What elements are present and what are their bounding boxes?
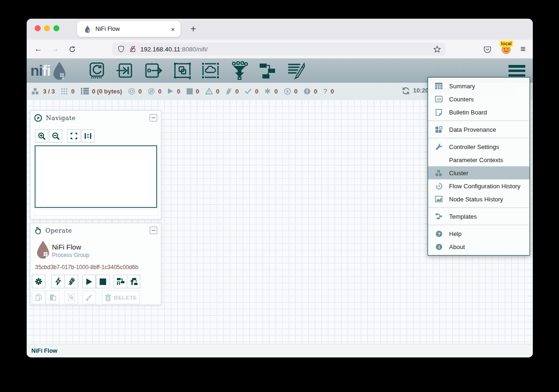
- breadcrumb-bar: NiFi Flow: [27, 344, 533, 357]
- reload-button[interactable]: [66, 43, 78, 55]
- tab-bar: NiFi Flow × +: [27, 19, 533, 40]
- input-port-component[interactable]: [115, 61, 135, 80]
- menu-item-about[interactable]: i About: [428, 240, 530, 253]
- operate-palette: Operate NiFi Flow Process Group 35cbd3b7…: [30, 223, 161, 305]
- history-icon: [434, 183, 443, 190]
- create-template-button[interactable]: [114, 275, 127, 288]
- process-group-component[interactable]: [172, 61, 193, 80]
- local-container-badge: local: [500, 41, 513, 47]
- menu-item-parameter-contexts[interactable]: Parameter Contexts: [428, 153, 530, 166]
- forward-button[interactable]: →: [49, 43, 61, 55]
- tab-title: NiFi Flow: [95, 26, 171, 32]
- app-menu-button[interactable]: ≡: [517, 43, 529, 55]
- output-port-component[interactable]: [143, 61, 163, 80]
- menu-item-summary[interactable]: Summary: [428, 79, 530, 93]
- node-status-history-chart-icon: [434, 196, 443, 202]
- arrow-up-circle-icon: [284, 88, 291, 95]
- global-menu-button[interactable]: [508, 65, 525, 77]
- shield-icon[interactable]: [117, 45, 125, 53]
- global-menu: Summary 23 Counters Bulletin Board Data …: [428, 77, 530, 256]
- nifi-drop-icon: [51, 61, 67, 80]
- selected-flow-name: NiFi Flow: [52, 243, 81, 251]
- breadcrumb-root[interactable]: NiFi Flow: [31, 348, 58, 354]
- controller-settings-wrench-icon: [434, 143, 443, 150]
- navigate-collapse-button[interactable]: [150, 114, 157, 121]
- new-tab-button[interactable]: +: [187, 23, 199, 35]
- selected-flow-type: Process Group: [52, 252, 89, 258]
- stop-square-icon: [100, 278, 106, 285]
- process-group-drop-icon: [35, 240, 51, 259]
- active-threads-status: 0: [61, 88, 74, 95]
- start-play-icon: [86, 278, 93, 285]
- menu-item-data-provenance[interactable]: Data Provenance: [428, 123, 530, 136]
- account-avatar[interactable]: local: [501, 44, 511, 57]
- paste-button[interactable]: [46, 291, 59, 304]
- url-text[interactable]: 192.168.40.11:8080/nifi/: [140, 46, 208, 53]
- remote-process-group-component[interactable]: [200, 61, 221, 80]
- nifi-logo-ni: ni: [30, 62, 43, 80]
- tab-close-icon[interactable]: ×: [171, 25, 175, 33]
- bulletin-board-icon: [434, 109, 443, 116]
- navigate-compass-icon: [34, 114, 42, 122]
- nifi-logo-fi: fi: [43, 62, 51, 80]
- menu-divider: [428, 121, 530, 121]
- start-button[interactable]: [82, 275, 96, 288]
- operate-collapse-button[interactable]: [150, 227, 157, 234]
- zoom-window-button[interactable]: [53, 25, 59, 31]
- screenshot-stage: NiFi Flow × + ← → 192.168.40.11:8080/nif…: [0, 0, 559, 392]
- zoom-out-button[interactable]: [49, 129, 62, 143]
- stopped-square-icon: [187, 88, 193, 94]
- birdseye-minimap[interactable]: [35, 145, 157, 208]
- menu-item-counters[interactable]: 23 Counters: [428, 93, 530, 106]
- menu-item-cluster[interactable]: Cluster: [428, 166, 530, 179]
- url-bar[interactable]: 192.168.40.11:8080/nifi/: [112, 43, 445, 56]
- zoom-fit-button[interactable]: [67, 129, 80, 143]
- menu-divider: [428, 207, 530, 208]
- menu-item-controller-settings[interactable]: Controller Settings: [428, 140, 530, 153]
- bookmark-star-icon[interactable]: [433, 45, 441, 53]
- close-window-button[interactable]: [35, 25, 41, 31]
- threads-icon: [61, 88, 68, 95]
- stop-button[interactable]: [96, 275, 109, 288]
- label-component[interactable]: [286, 61, 306, 80]
- enable-button[interactable]: [51, 275, 65, 288]
- zoom-in-button[interactable]: [35, 129, 48, 143]
- sync-failure-status: ? 0: [323, 87, 334, 95]
- pocket-icon[interactable]: [483, 45, 492, 54]
- menu-item-node-status-history[interactable]: Node Status History: [428, 192, 530, 206]
- birdseye-brush[interactable]: [35, 209, 158, 216]
- save-template-icon: [116, 278, 125, 285]
- not-transmitting-status: 0: [148, 88, 161, 95]
- transmitting-status: 0: [128, 88, 142, 95]
- navigate-title: Navigate: [46, 114, 150, 121]
- group-button[interactable]: [65, 291, 78, 304]
- svg-text:i: i: [438, 245, 440, 249]
- selected-flow-id[interactable]: 35cbd3b7-017b-1000-8bff-1c3405c00d6b: [35, 264, 138, 271]
- insecure-lock-icon[interactable]: [129, 45, 137, 53]
- browser-tab[interactable]: NiFi Flow ×: [77, 21, 181, 37]
- disable-button[interactable]: [65, 275, 78, 288]
- minimize-window-button[interactable]: [44, 25, 50, 31]
- locally-modified-status: 0: [264, 88, 277, 95]
- funnel-component[interactable]: [229, 61, 250, 80]
- menu-item-flow-configuration-history[interactable]: Flow Configuration History: [428, 179, 530, 192]
- stale-status: 0: [284, 88, 298, 95]
- refresh-icon[interactable]: [402, 87, 410, 97]
- processor-component[interactable]: [87, 61, 107, 80]
- delete-button[interactable]: DELETE: [102, 291, 140, 304]
- template-component[interactable]: [257, 61, 278, 80]
- menu-divider: [428, 138, 530, 138]
- copy-button[interactable]: [32, 291, 45, 304]
- zoom-actual-size-button[interactable]: [81, 129, 94, 143]
- transmitting-icon: [128, 88, 135, 95]
- bolt-icon: [55, 278, 61, 285]
- back-button[interactable]: ←: [32, 43, 44, 55]
- menu-item-templates[interactable]: Templates: [428, 210, 530, 223]
- asterisk-icon: [264, 88, 271, 94]
- queued-list-icon: [81, 88, 89, 94]
- menu-item-bulletin-board[interactable]: Bulletin Board: [428, 106, 530, 119]
- fill-color-button[interactable]: [82, 291, 96, 304]
- configuration-button[interactable]: [32, 275, 45, 288]
- upload-template-button[interactable]: [127, 275, 140, 288]
- menu-item-help[interactable]: ? Help: [428, 227, 530, 240]
